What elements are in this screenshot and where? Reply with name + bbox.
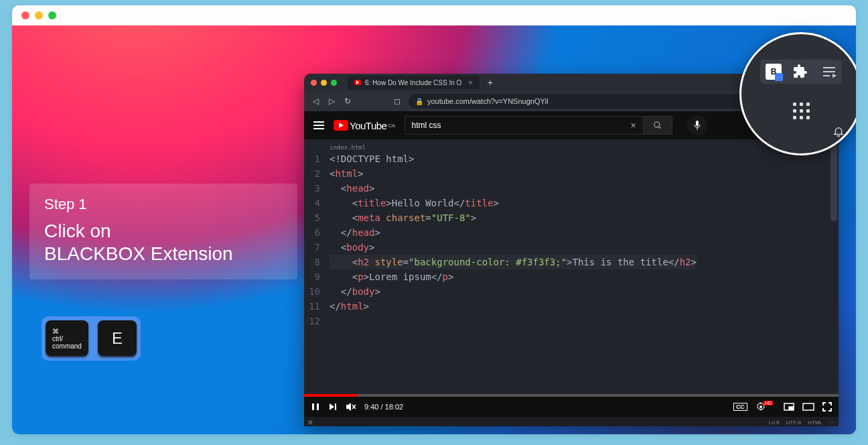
svg-point-11 <box>760 405 762 408</box>
outer-titlebar <box>12 5 856 25</box>
editor-scrollbar[interactable] <box>830 141 837 221</box>
next-button[interactable] <box>328 402 338 411</box>
svg-rect-7 <box>335 403 336 410</box>
youtube-region: CA <box>388 123 394 129</box>
mute-button[interactable] <box>346 402 356 411</box>
reload-button[interactable]: ↻ <box>343 97 352 106</box>
back-button[interactable]: ◁ <box>311 97 320 106</box>
youtube-logo-text: YouTube <box>350 120 386 131</box>
search-button[interactable] <box>643 116 672 135</box>
step-number: Step 1 <box>44 196 283 213</box>
youtube-logo[interactable]: YouTube CA <box>334 120 395 131</box>
blackbox-extension-icon[interactable]: B <box>766 64 782 80</box>
modifier-key: ⌘ ctrl/ command <box>46 320 88 357</box>
step-panel: Step 1 Click on BLACKBOX Extension <box>29 184 297 279</box>
outer-window: Step 1 Click on BLACKBOX Extension ⌘ ctr… <box>12 5 856 434</box>
notifications-icon[interactable] <box>833 125 845 137</box>
browser-traffic-lights <box>311 80 337 86</box>
apps-grid-icon[interactable] <box>793 103 810 119</box>
extension-toolbar: B <box>760 60 842 84</box>
maximize-window-icon[interactable] <box>48 11 56 19</box>
youtube-search: × <box>405 116 672 135</box>
svg-marker-18 <box>833 74 837 78</box>
letter-key-label: E <box>104 329 130 348</box>
svg-rect-2 <box>696 121 699 126</box>
minimize-window-icon[interactable] <box>35 11 43 19</box>
youtube-favicon-icon <box>354 80 361 85</box>
forward-button[interactable]: ▷ <box>327 97 336 106</box>
line-gutter: 1 2 3 4 5 6 7 8 9 10 11 12 <box>304 139 326 394</box>
svg-marker-8 <box>346 403 351 411</box>
step-title: Click on BLACKBOX Extension <box>44 220 283 265</box>
editor-filename: index.html <box>326 139 370 155</box>
youtube-play-icon <box>334 120 348 131</box>
tab-title: 6: How Do We Include CSS In O <box>365 79 461 86</box>
play-button[interactable] <box>311 402 320 411</box>
modifier-label: ctrl/ command <box>52 335 82 350</box>
browser-close-icon[interactable] <box>311 80 317 86</box>
browser-tab[interactable]: 6: How Do We Include CSS In O × <box>348 76 480 89</box>
playlist-icon[interactable] <box>822 66 837 78</box>
url-text: youtube.com/watch?v=YNSnugnQYiI <box>427 97 549 105</box>
video-player-controls: 9:40 / 18:02 CC HD <box>304 397 839 417</box>
clear-search-button[interactable]: × <box>624 116 643 135</box>
miniplayer-button[interactable] <box>784 403 794 411</box>
svg-rect-14 <box>803 403 814 410</box>
browser-minimize-icon[interactable] <box>321 80 327 86</box>
theater-button[interactable] <box>802 403 814 411</box>
fullscreen-button[interactable] <box>822 402 832 411</box>
svg-line-1 <box>658 127 660 129</box>
code-editor: index.html 1 2 3 4 5 6 7 8 9 10 11 12 <!… <box>304 139 839 394</box>
letter-key: E <box>98 320 137 357</box>
close-window-icon[interactable] <box>21 11 29 19</box>
search-input[interactable] <box>405 116 624 135</box>
cc-button[interactable]: CC <box>733 403 747 411</box>
os-start-icon[interactable]: ⊞ <box>308 420 313 426</box>
svg-rect-5 <box>317 403 319 410</box>
hotkey-panel: ⌘ ctrl/ command E <box>42 316 141 361</box>
code-content: <!DOCTYPE html> <html> <head> <title>Hel… <box>326 139 703 394</box>
settings-button[interactable]: HD <box>755 401 776 412</box>
video-time: 9:40 / 18:02 <box>364 403 403 411</box>
browser-maximize-icon[interactable] <box>331 80 337 86</box>
editor-statusbar: ⊞ Ln 8 UTF-8 HTML ⋯ <box>304 417 839 426</box>
tab-close-icon[interactable]: × <box>468 78 472 86</box>
new-tab-button[interactable]: + <box>488 77 493 88</box>
svg-marker-6 <box>330 403 334 410</box>
url-bar[interactable]: 🔒 youtube.com/watch?v=YNSnugnQYiI <box>409 94 774 109</box>
lock-icon: 🔒 <box>415 98 423 105</box>
svg-point-0 <box>654 122 659 127</box>
mic-button[interactable] <box>687 115 707 135</box>
svg-rect-13 <box>789 407 793 409</box>
extensions-puzzle-icon[interactable] <box>792 64 808 80</box>
bookmark-icon[interactable]: ◻ <box>392 97 402 106</box>
extension-callout: B <box>739 32 856 155</box>
modifier-symbol: ⌘ <box>52 328 82 335</box>
svg-rect-4 <box>312 403 314 410</box>
hamburger-icon[interactable] <box>313 121 324 129</box>
